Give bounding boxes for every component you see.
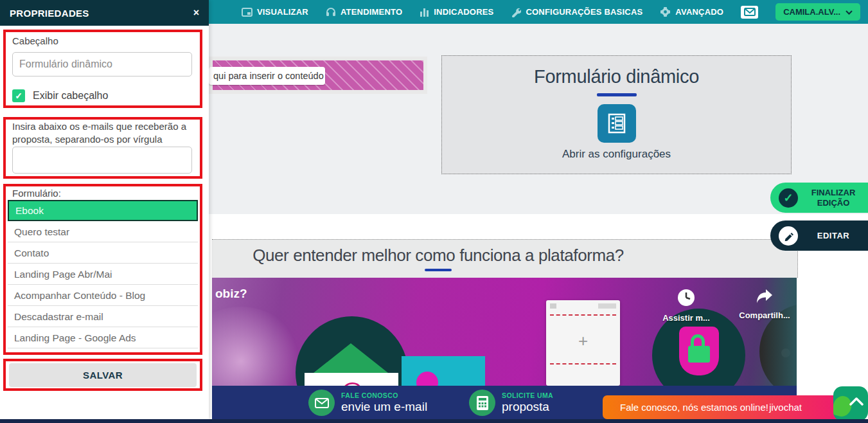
app-window: VISUALIZAR ATENDIMENTO INDICADORES CONFI… — [0, 0, 868, 423]
contact-email-link[interactable]: FALE CONOSCO envie um e-mail — [308, 390, 427, 416]
preview-icon — [242, 8, 252, 17]
request-proposal-link[interactable]: SOLICITE UMA proposta — [469, 390, 553, 416]
envelope-icon — [308, 390, 335, 416]
checkbox-checked-icon[interactable]: ✓ — [12, 89, 25, 102]
nav-atendimento[interactable]: ATENDIMENTO — [326, 7, 402, 17]
watch-later-label: Assistir m... — [648, 313, 725, 323]
form-option-landing-google-ads[interactable]: Landing Page - Google Ads — [8, 327, 198, 348]
envelope-body: @ — [305, 373, 398, 386]
form-icon[interactable] — [598, 104, 636, 143]
video-art-form-window: + — [546, 300, 620, 386]
nav-label: CONFIGURAÇÕES BASICAS — [526, 7, 642, 17]
finalize-edit-button[interactable]: ✓ FINALIZAR EDIÇÃO — [770, 183, 868, 213]
user-account-button[interactable]: CAMILA.ALV... — [775, 3, 860, 21]
video-player[interactable]: obiz? @ + Assistir m... — [212, 278, 797, 386]
form-option-landing-abr-mai[interactable]: Landing Page Abr/Mai — [8, 264, 198, 285]
form-option-quero-testar[interactable]: Quero testar — [8, 221, 198, 242]
chat-toggle-button[interactable] — [833, 386, 868, 421]
nav-label: ATENDIMENTO — [341, 7, 402, 17]
envelope-flap — [314, 343, 388, 373]
form-option-contato[interactable]: Contato — [8, 242, 198, 264]
widget-title: Formulário dinâmico — [442, 66, 791, 87]
pencil-icon — [779, 226, 798, 246]
form-select-label: Formulário: — [12, 188, 61, 199]
proposal-big-label: proposta — [502, 400, 553, 414]
section-title: Quer entender melhor como funciona a pla… — [220, 246, 657, 266]
contact-big-label: envie um e-mail — [341, 400, 427, 414]
show-header-checkbox-row[interactable]: ✓ Exibir cabeçalho — [12, 89, 108, 102]
wrench-icon — [511, 7, 521, 17]
lock-icon — [691, 334, 705, 346]
nav-visualizar[interactable]: VISUALIZAR — [242, 7, 308, 17]
page-section-heading: Quer entender melhor como funciona a pla… — [212, 239, 798, 278]
video-art-envelope-circle: @ — [296, 316, 408, 386]
close-icon[interactable]: × — [193, 7, 199, 19]
chevron-up-icon — [849, 397, 864, 408]
nav-indicadores[interactable]: INDICADORES — [420, 7, 493, 17]
title-underline — [597, 93, 637, 96]
clock-icon — [677, 298, 696, 309]
properties-panel: PROPRIEDADES × Cabeçalho ✓ Exibir cabeça… — [0, 0, 209, 419]
form-option-ebook[interactable]: Ebook — [8, 200, 198, 221]
bar-chart-icon — [420, 8, 429, 17]
gear-icon — [660, 6, 671, 17]
edit-label: EDITAR — [806, 231, 861, 240]
chat-message: Fale conosco, nós estamos online! — [620, 402, 768, 413]
check-icon: ✓ — [779, 188, 798, 208]
chat-brand-logo: jivochat — [769, 402, 802, 413]
watch-later-button[interactable]: Assistir m... — [648, 288, 725, 323]
chevron-down-icon — [846, 7, 853, 17]
insert-content-hint[interactable]: qui para inserir o conteúdo — [209, 67, 325, 85]
nav-label: VISUALIZAR — [257, 7, 308, 17]
window-bottom-edge — [0, 419, 868, 423]
shield-icon — [679, 327, 719, 375]
at-symbol: @ — [340, 378, 362, 386]
chat-widget-bar[interactable]: Fale conosco, nós estamos online! jivoch… — [603, 395, 842, 419]
share-button[interactable]: Compartilh... — [726, 288, 797, 320]
panel-title: PROPRIEDADES — [10, 8, 89, 19]
nav-label: AVANÇADO — [675, 7, 723, 17]
header-field-label: Cabeçalho — [12, 35, 58, 46]
section-title-underline — [425, 269, 452, 271]
headphones-icon — [326, 7, 336, 17]
calculator-icon — [469, 390, 495, 416]
nav-avancado[interactable]: AVANÇADO — [660, 6, 723, 17]
form-options-list: Ebook Quero testar Contato Landing Page … — [8, 200, 198, 348]
share-arrow-icon — [756, 296, 774, 307]
emails-input[interactable] — [12, 147, 192, 174]
save-button[interactable]: SALVAR — [9, 363, 197, 387]
share-label: Compartilh... — [726, 310, 797, 320]
video-art-blob — [212, 307, 302, 386]
emails-field-label: Insira abaixo os e-mails que receberão a… — [12, 120, 195, 146]
edit-button[interactable]: EDITAR — [770, 221, 868, 251]
nav-label: INDICADORES — [434, 7, 493, 17]
finalize-edit-label: FINALIZAR EDIÇÃO — [806, 188, 861, 208]
header-text-input[interactable] — [12, 52, 192, 76]
video-art-teal-shape — [402, 356, 485, 386]
video-title-fragment: obiz? — [215, 287, 247, 301]
form-option-acompanhar-conteudo[interactable]: Acompanhar Conteúdo - Blog — [8, 285, 198, 306]
user-name-label: CAMILA.ALV... — [783, 7, 840, 17]
checkbox-label: Exibir cabeçalho — [33, 90, 108, 102]
contact-small-label: FALE CONOSCO — [341, 392, 427, 399]
dynamic-form-widget-card[interactable]: Formulário dinâmico Abrir as configuraçõ… — [441, 55, 792, 174]
envelope-icon[interactable] — [741, 6, 758, 19]
open-settings-link[interactable]: Abrir as configurações — [442, 148, 791, 161]
proposal-small-label: SOLICITE UMA — [502, 392, 553, 399]
nav-configuracoes-basicas[interactable]: CONFIGURAÇÕES BASICAS — [511, 7, 642, 17]
form-option-descadastrar[interactable]: Descadastrar e-mail — [8, 306, 198, 327]
properties-panel-header: PROPRIEDADES × — [0, 0, 209, 26]
